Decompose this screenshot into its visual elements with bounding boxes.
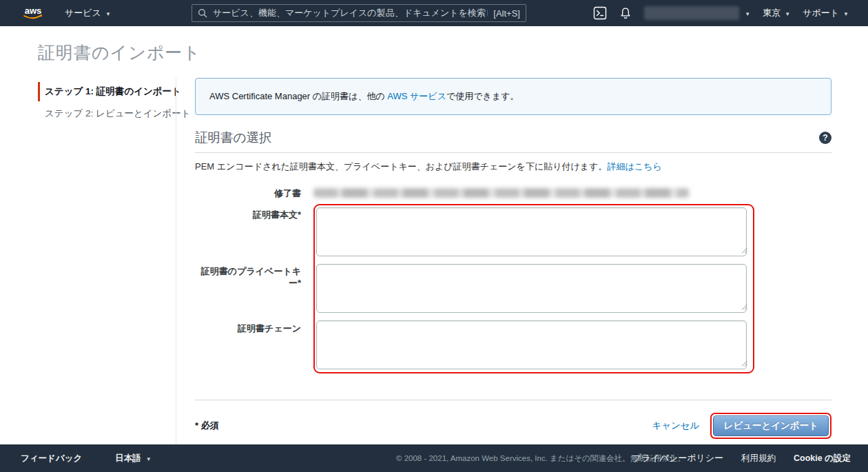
private-key-label: 証明書のプライベートキー*: [198, 265, 301, 289]
section-header: 証明書の選択 ?: [195, 129, 831, 146]
account-name-redacted: [644, 6, 739, 20]
feedback-button[interactable]: フィードバック: [21, 453, 82, 464]
cloudshell-terminal-icon: [593, 6, 607, 20]
wizard-steps: ステップ 1: 証明書のインポート ステップ 2: レビューとインポート: [38, 78, 176, 448]
certificate-chain-field-wrap: [316, 320, 750, 369]
certificate-chain-textarea[interactable]: [316, 320, 747, 369]
certificate-body-textarea[interactable]: [316, 207, 747, 256]
private-key-field-wrap: [316, 264, 750, 313]
review-and-import-button[interactable]: レビューとインポート: [713, 415, 829, 436]
chevron-down-icon: ▼: [843, 11, 849, 17]
support-menu[interactable]: サポート ▼: [803, 7, 849, 19]
services-menu-label: サービス: [65, 7, 101, 19]
info-banner-text: AWS Certificate Manager の証明書は、他の AWS サービ…: [209, 90, 519, 103]
nav-left-group: aws サービス ▼: [0, 4, 111, 22]
certificate-arn-value-redacted: [313, 188, 689, 198]
cloudshell-button[interactable]: [593, 6, 607, 20]
banner-text-before: AWS Certificate Manager の証明書は、他の: [209, 91, 387, 101]
certificate-chain-label: 証明書チェーン: [198, 322, 301, 334]
form-label-column: 修了書 証明書本文* 証明書のプライベートキー* 証明書チェーン: [195, 187, 313, 375]
cookie-settings-link[interactable]: Cookie の設定: [794, 453, 851, 464]
certificate-body-label: 証明書本文*: [198, 209, 301, 220]
aws-logo-icon: aws: [19, 4, 47, 22]
section-description: PEM エンコードされた証明書本文、プライベートキー、および証明書チェーンを下に…: [195, 161, 831, 173]
wizard-step-2[interactable]: ステップ 2: レビューとインポート: [38, 104, 176, 123]
global-search-input[interactable]: サービス、機能、マーケットプレイスの製品、ドキュメントを検索します [Alt+S…: [192, 4, 526, 22]
privacy-policy-link[interactable]: プライバシーポリシー: [632, 452, 723, 464]
terms-of-use-link[interactable]: 利用規約: [741, 453, 776, 464]
language-label: 日本語: [115, 453, 141, 464]
import-certificate-pane: AWS Certificate Manager の証明書は、他の AWS サービ…: [195, 78, 831, 448]
region-menu[interactable]: 東京 ▼: [763, 7, 790, 19]
region-label: 東京: [763, 7, 781, 19]
actions-divider: [195, 400, 831, 400]
annotation-box-textareas: [313, 204, 754, 373]
search-placeholder: サービス、機能、マーケットプレイスの製品、ドキュメントを検索します: [213, 7, 488, 19]
search-shortcut-hint: [Alt+S]: [493, 8, 520, 19]
section-title: 証明書の選択: [195, 129, 271, 146]
required-note: * 必須: [195, 420, 219, 432]
nav-right-group: ▼ 東京 ▼ サポート ▼: [593, 0, 868, 26]
vertical-divider: [176, 78, 176, 448]
cancel-link[interactable]: キャンセル: [652, 420, 699, 432]
form-actions: * 必須 キャンセル レビューとインポート: [195, 413, 831, 439]
svg-text:aws: aws: [25, 6, 42, 16]
banner-text-after: で使用できます。: [446, 91, 519, 101]
wizard-step-1[interactable]: ステップ 1: 証明書のインポート: [38, 82, 176, 101]
chevron-down-icon: ▼: [745, 11, 750, 17]
footer-left-group: フィードバック 日本語 ▼: [0, 453, 152, 464]
support-label: サポート: [803, 7, 839, 19]
chevron-down-icon: ▼: [785, 11, 790, 17]
account-menu[interactable]: ▼: [644, 6, 750, 20]
services-menu[interactable]: サービス ▼: [65, 7, 111, 19]
private-key-textarea[interactable]: [316, 264, 747, 313]
chevron-down-icon: ▼: [105, 11, 111, 17]
chevron-down-icon: ▼: [146, 456, 152, 462]
annotation-box-submit-button: レビューとインポート: [710, 413, 831, 439]
language-selector[interactable]: 日本語 ▼: [115, 453, 151, 464]
body-row: ステップ 1: 証明書のインポート ステップ 2: レビューとインポート AWS…: [0, 78, 868, 448]
form-field-column: [313, 187, 758, 375]
aws-logo[interactable]: aws: [19, 4, 47, 22]
description-text: PEM エンコードされた証明書本文、プライベートキー、および証明書チェーンを下に…: [195, 161, 607, 172]
page-title: 証明書のインポート: [38, 41, 868, 64]
notifications-button[interactable]: [619, 7, 632, 20]
feedback-label: フィードバック: [21, 453, 82, 464]
section-divider: [195, 152, 831, 153]
footer-right-group: プライバシーポリシー 利用規約 Cookie の設定: [632, 452, 868, 464]
main-content: 証明書のインポート ステップ 1: 証明書のインポート ステップ 2: レビュー…: [0, 26, 868, 444]
aws-services-link[interactable]: AWS サービス: [387, 91, 446, 101]
certificate-arn-label: 修了書: [198, 187, 301, 199]
search-icon: [198, 8, 207, 18]
console-footer: フィードバック 日本語 ▼ © 2008 - 2021, Amazon Web …: [0, 444, 868, 472]
actions-right-group: キャンセル レビューとインポート: [652, 413, 831, 439]
help-icon[interactable]: ?: [819, 132, 831, 144]
certificate-form: 修了書 証明書本文* 証明書のプライベートキー* 証明書チェーン: [195, 187, 831, 375]
info-banner: AWS Certificate Manager の証明書は、他の AWS サービ…: [195, 78, 831, 115]
bell-icon: [619, 7, 632, 20]
learn-more-link[interactable]: 詳細はこちら: [607, 161, 661, 172]
certificate-body-field-wrap: [316, 207, 750, 256]
top-navigation-bar: aws サービス ▼ サービス、機能、マーケットプレイスの製品、ドキュメントを検…: [0, 0, 868, 26]
